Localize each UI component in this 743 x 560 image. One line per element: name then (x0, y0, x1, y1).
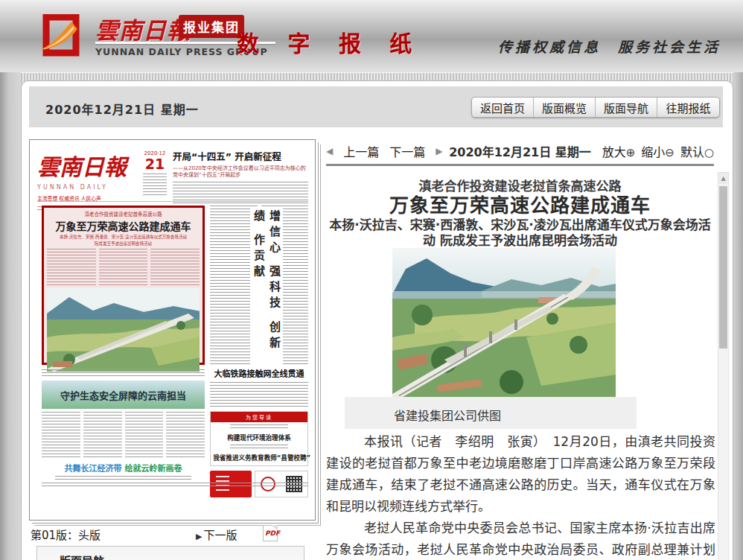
article-nav-bar: ◀ 上一篇 下一篇 ▶ 2020年12月21日 星期一 放大⊕ 缩小⊖ 默认○ (326, 141, 714, 160)
zoom-reset-link[interactable]: 默认○ (680, 142, 714, 160)
mini-guide-item-1: 构建现代环境治理体系 (213, 433, 305, 442)
article-divider (326, 164, 714, 166)
logo[interactable]: 雲南日報 报业集团 YUNNAN DAILY PRESS GROUP (39, 12, 229, 63)
article-paragraph-2: 老挝人民革命党中央委员会总书记、国家主席本扬·沃拉吉出席万象会场活动，老挝人民革… (326, 518, 715, 560)
mini-guide-header: 为您导读 (211, 412, 307, 422)
mini-eco-section: 守护生态安全屏障的云南担当 共舞长江经济带 绘就云岭新画卷 (42, 369, 205, 480)
zoom-in-link[interactable]: 放大⊕ (602, 142, 636, 160)
next-page-arrow-icon: ▶ (196, 532, 202, 541)
mini-top-article-subtitle: ——从2020年中央经济工作会议看以习近平同志为核心的党中央谋划“十四五”开局起… (173, 165, 308, 179)
article-photo (392, 248, 616, 397)
mini-banner-right: 绘就云岭新画卷 (124, 464, 182, 474)
mini-date-day: 21 (143, 156, 167, 171)
mini-banner-headline: 共舞长江经济带 绘就云岭新画卷 (42, 462, 205, 474)
mini-lead-title: 万象至万荣高速公路建成通车 (47, 218, 200, 233)
brand-group-label: 报业集团 (179, 15, 244, 38)
mini-footer-line (42, 483, 308, 486)
brand-name-cn: 雲南日報 (95, 12, 191, 45)
scrollbar-up-arrow-icon[interactable]: ▲ (718, 173, 728, 184)
zoom-out-link[interactable]: 缩小⊖ (641, 142, 675, 160)
page-nav-row: 第01版：头版 ▶下一版 PDF (31, 525, 317, 543)
current-date: 2020年12月21日 星期一 (45, 100, 199, 118)
digital-newspaper-app: 雲南日報 报业集团 YUNNAN DAILY PRESS GROUP 数 字 报… (0, 0, 743, 560)
mini-masthead: 雲南日報 YUNNAN DAILY 主流思想 权威资讯 人民心声 (37, 149, 138, 212)
past-issues-button[interactable]: 往期报纸 (657, 98, 719, 117)
mini-lead-sub1: 本扬·沃拉吉、宋赛·西潘敦、宋沙瓦·凌沙瓦出席通车仪式万象会场活动 (53, 233, 194, 239)
pdf-download-icon[interactable]: PDF (263, 525, 278, 541)
layout-nav-box: 版面导航 (36, 546, 304, 560)
header-slogan: 传播权威信息 服务社会生活 (498, 36, 721, 56)
article-body: 本报讯（记者 李绍明 张寅） 12月20日，由滇老共同投资建设的老挝首都万象至中… (326, 431, 715, 560)
article-title: 万象至万荣高速公路建成通车 (326, 190, 714, 217)
article-figure: 省建投集团公司供图 (326, 248, 714, 430)
home-button[interactable]: 返回首页 (472, 98, 534, 117)
mini-masthead-rule (37, 201, 308, 202)
product-title: 数 字 报 纸 (237, 25, 422, 58)
article-scrollbar[interactable]: ▲ (718, 172, 729, 560)
mini-lead-kicker: 滇老合作投资建设老挝首条高速公路 (47, 210, 200, 217)
toolbar-button-group: 返回首页 版面概览 版面导航 往期报纸 (471, 97, 720, 118)
current-page-label: 第01版：头版 (31, 526, 101, 542)
mini-top-article[interactable]: 开局“十四五” 开启新征程 ——从2020年中央经济工作会议看以习近平同志为核心… (173, 149, 308, 204)
front-page-thumbnail[interactable]: 雲南日報 YUNNAN DAILY 主流思想 权威资讯 人民心声 2020·12… (29, 139, 316, 521)
selected-article-highlight[interactable]: 滇老合作投资建设老挝首条高速公路 万象至万荣高速公路建成通车 本扬·沃拉吉、宋赛… (42, 206, 205, 365)
mini-eco-photo: 守护生态安全屏障的云南担当 (42, 381, 205, 409)
layout-nav-title: 版面导航 (60, 553, 304, 560)
mini-masthead-en: YUNNAN DAILY (37, 184, 138, 191)
mini-date-box: 2020·12 21 (143, 150, 167, 197)
site-header: 雲南日報 报业集团 YUNNAN DAILY PRESS GROUP 数 字 报… (0, 0, 743, 72)
left-edge-shade (0, 72, 21, 560)
mini-lead-sub2: 阮成发王予波出席昆明会场活动 (53, 240, 194, 246)
article-subtitle: 本扬·沃拉吉、宋赛·西潘敦、宋沙瓦·凌沙瓦出席通车仪式万象会场活动 阮成发王予波… (326, 217, 714, 249)
photo-caption-strip: 省建投集团公司供图 (345, 397, 637, 429)
mini-right-rail: 增信心 强科技 创新绩 作贡献 (210, 206, 308, 365)
mini-lead-photo (47, 288, 200, 372)
date-toolbar: 2020年12月21日 星期一 返回首页 版面概览 版面导航 往期报纸 (29, 86, 723, 127)
brand-block: 雲南日報 报业集团 YUNNAN DAILY PRESS GROUP (95, 13, 229, 61)
content-panel: 2020年12月21日 星期一 返回首页 版面概览 版面导航 往期报纸 雲南日報… (21, 80, 733, 560)
mini-rail-bottom: 大临铁路接触网全线贯通 为您导读 构建现代环境治理体系 我省推进义务教育教师“县… (210, 367, 308, 497)
article-paragraph-1: 本报讯（记者 李绍明 张寅） 12月20日，由滇老共同投资建设的老挝首都万象至中… (326, 431, 715, 518)
mini-banner-left: 共舞长江经济带 (65, 464, 122, 474)
mini-rail-headline: 大临铁路接触网全线贯通 (210, 367, 308, 379)
mini-date-notes (143, 174, 167, 196)
mini-masthead-title: 雲南日報 (37, 149, 138, 182)
pdf-glyph: PDF (265, 529, 280, 537)
mini-top-article-title: 开局“十四五” 开启新征程 (173, 149, 308, 163)
zoom-reset-icon: ○ (704, 146, 714, 159)
press-group-logo-icon (39, 14, 86, 60)
mini-lead-body (47, 249, 200, 286)
photo-caption: 省建投集团公司供图 (394, 406, 501, 424)
page-navigation-button[interactable]: 版面导航 (596, 98, 657, 117)
right-edge-shade (733, 72, 743, 560)
page-overview-button[interactable]: 版面概览 (534, 98, 596, 117)
scrollbar-thumb[interactable] (719, 186, 727, 349)
zoom-controls: 放大⊕ 缩小⊖ 默认○ (602, 142, 714, 160)
zoom-out-icon: ⊖ (665, 146, 675, 159)
mini-guide-box: 为您导读 构建现代环境治理体系 我省推进义务教育教师“县管校聘” (210, 411, 308, 466)
mini-side-headline: 增信心 强科技 创新绩 作贡献 (250, 209, 283, 365)
mini-guide-item-2: 我省推进义务教育教师“县管校聘” (213, 453, 305, 462)
mini-eco-headline: 守护生态安全屏障的云南担当 (60, 388, 186, 402)
next-page-link[interactable]: ▶下一版 (196, 526, 237, 542)
zoom-in-icon: ⊕ (626, 146, 636, 159)
